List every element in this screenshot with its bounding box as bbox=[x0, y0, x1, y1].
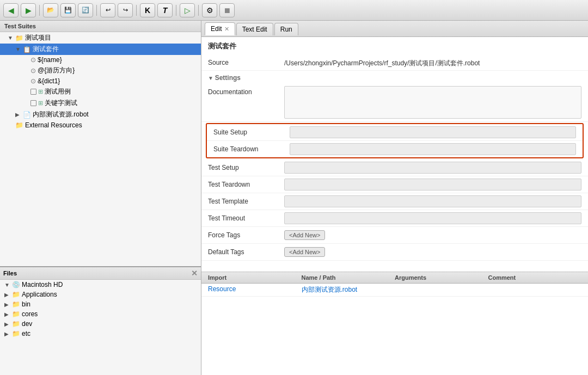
tree-item-dev[interactable]: ▶ 📁 dev bbox=[0, 319, 201, 329]
separator5 bbox=[198, 5, 199, 16]
tree-item-bin[interactable]: ▶ 📁 bin bbox=[0, 299, 201, 309]
suite-icon: 📋 bbox=[23, 46, 31, 53]
col-comment: Comment bbox=[488, 274, 582, 281]
tab-text-edit[interactable]: Text Edit bbox=[236, 23, 273, 35]
tab-edit[interactable]: Edit ✕ bbox=[205, 22, 235, 35]
default-tags-row: Default Tags <Add New> bbox=[201, 244, 588, 261]
variable-icon: ⊙ bbox=[30, 56, 36, 64]
tree-item-suite[interactable]: ▼ 📋 测试套件 bbox=[0, 44, 201, 55]
tree-item-applications[interactable]: ▶ 📁 Applications bbox=[0, 290, 201, 299]
tree-arrow: ▶ bbox=[4, 311, 12, 317]
tree-item-keyword[interactable]: ⊞ 关键字测试 bbox=[0, 97, 201, 109]
col-import: Import bbox=[208, 274, 302, 281]
variable-icon: ⊙ bbox=[30, 67, 36, 75]
back-button[interactable]: ◀ bbox=[3, 3, 19, 17]
test-teardown-input[interactable] bbox=[284, 179, 581, 190]
files-close-button[interactable]: ✕ bbox=[191, 269, 198, 278]
run-button[interactable]: ▷ bbox=[180, 3, 195, 17]
tree-arrow: ▶ bbox=[4, 292, 12, 298]
tree-item-cores[interactable]: ▶ 📁 cores bbox=[0, 309, 201, 319]
test-timeout-label: Test Timeout bbox=[208, 212, 284, 222]
test-setup-row: Test Setup bbox=[201, 159, 588, 176]
force-tags-row: Force Tags <Add New> bbox=[201, 227, 588, 244]
suite-setup-label: Suite Setup bbox=[213, 126, 290, 136]
refresh-button[interactable]: 🔄 bbox=[78, 3, 93, 17]
save-button[interactable]: 💾 bbox=[60, 3, 76, 17]
tree-label: 测试用例 bbox=[45, 87, 71, 96]
files-title: Files bbox=[3, 270, 17, 276]
table-row[interactable]: Resource 内部测试资源.robot bbox=[201, 284, 588, 297]
section-title: 测试套件 bbox=[201, 37, 588, 54]
k-button[interactable]: K bbox=[140, 3, 155, 17]
test-template-row: Test Template bbox=[201, 193, 588, 210]
documentation-input[interactable] bbox=[284, 86, 581, 119]
tree-label: External Resources bbox=[25, 121, 82, 129]
tree-label: Macintosh HD bbox=[22, 281, 63, 288]
test-template-input[interactable] bbox=[284, 195, 581, 207]
tree-label: &{dict1} bbox=[38, 77, 60, 85]
tree-label: 内部测试资源.robot bbox=[33, 110, 89, 119]
separator4 bbox=[176, 5, 176, 16]
tree-arrow: ▼ bbox=[15, 46, 23, 52]
source-label: Source bbox=[208, 57, 284, 66]
test-setup-input[interactable] bbox=[284, 162, 581, 174]
folder-icon: 📁 bbox=[12, 310, 20, 318]
variable-icon: ⊙ bbox=[30, 77, 36, 85]
separator bbox=[39, 5, 40, 16]
import-arguments bbox=[395, 285, 488, 294]
force-tags-add-button[interactable]: <Add New> bbox=[284, 230, 325, 240]
folder-icon: 📁 bbox=[12, 291, 20, 298]
tree-item-testcase[interactable]: ⊞ 测试用例 bbox=[0, 86, 201, 97]
tree-item-hd[interactable]: ▼ 💿 Macintosh HD bbox=[0, 280, 201, 290]
tree-label: cores bbox=[22, 310, 38, 318]
suite-teardown-row: Suite Teardown bbox=[207, 141, 583, 157]
tree-arrow: ▼ bbox=[4, 282, 12, 288]
resource-path-link[interactable]: 内部测试资源.robot bbox=[302, 286, 358, 293]
redo-button[interactable]: ↪ bbox=[118, 3, 133, 17]
test-teardown-label: Test Teardown bbox=[208, 179, 284, 188]
separator3 bbox=[136, 5, 137, 16]
tree-label: ${name} bbox=[38, 56, 62, 64]
test-suites-header: Test Suites bbox=[0, 21, 201, 32]
checkbox-icon bbox=[30, 89, 36, 95]
settings-header[interactable]: Settings bbox=[201, 71, 588, 84]
stop-button[interactable]: ⏹ bbox=[219, 3, 235, 17]
suite-teardown-input[interactable] bbox=[290, 143, 576, 155]
tab-edit-close[interactable]: ✕ bbox=[224, 26, 229, 33]
tree-label: 测试套件 bbox=[33, 45, 59, 54]
tree-arrow: ▶ bbox=[15, 112, 23, 118]
open-button[interactable]: 📂 bbox=[43, 3, 58, 17]
settings-button[interactable]: ⚙ bbox=[202, 3, 217, 17]
suite-setup-input[interactable] bbox=[290, 126, 576, 138]
undo-button[interactable]: ↩ bbox=[100, 3, 115, 17]
tree-arrow: ▶ bbox=[4, 302, 12, 308]
test-template-label: Test Template bbox=[208, 195, 284, 205]
edit-panel: 测试套件 Source /Users/zhongxin/PycharmProje… bbox=[201, 37, 588, 375]
tree-item-resource[interactable]: ▶ 📄 内部测试资源.robot bbox=[0, 109, 201, 120]
tab-text-edit-label: Text Edit bbox=[242, 26, 267, 33]
source-row: Source /Users/zhongxin/PycharmProjects/r… bbox=[201, 54, 588, 71]
test-timeout-input[interactable] bbox=[284, 212, 581, 224]
doc-icon: ⊞ bbox=[38, 100, 43, 107]
tab-run[interactable]: Run bbox=[274, 23, 298, 35]
import-type: Resource bbox=[208, 285, 302, 294]
source-value: /Users/zhongxin/PycharmProjects/rf_study… bbox=[284, 57, 581, 68]
force-tags-label: Force Tags bbox=[208, 229, 284, 239]
tree-label: Applications bbox=[22, 291, 57, 298]
spacer bbox=[201, 261, 588, 272]
tree-item-var-list[interactable]: ⊙ @{游历方向} bbox=[0, 65, 201, 76]
forward-button[interactable]: ▶ bbox=[21, 3, 36, 17]
tree-item-external[interactable]: 📁 External Resources bbox=[0, 120, 201, 130]
tree-item-var-name[interactable]: ⊙ ${name} bbox=[0, 55, 201, 65]
tree-label: etc bbox=[22, 330, 30, 337]
tree-item-project[interactable]: ▼ 📁 测试项目 bbox=[0, 32, 201, 44]
folder-icon: 📁 bbox=[12, 300, 20, 308]
t-button[interactable]: T bbox=[157, 3, 173, 17]
resource-link[interactable]: Resource bbox=[208, 285, 236, 293]
main-area: Test Suites ▼ 📁 测试项目 ▼ 📋 测试套件 ⊙ ${name} … bbox=[0, 21, 588, 375]
left-panel: Test Suites ▼ 📁 测试项目 ▼ 📋 测试套件 ⊙ ${name} … bbox=[0, 21, 201, 375]
default-tags-add-button[interactable]: <Add New> bbox=[284, 247, 325, 257]
tree-item-var-dict[interactable]: ⊙ &{dict1} bbox=[0, 76, 201, 86]
tree-item-etc[interactable]: ▶ 📁 etc bbox=[0, 329, 201, 339]
suite-teardown-label: Suite Teardown bbox=[213, 143, 290, 153]
